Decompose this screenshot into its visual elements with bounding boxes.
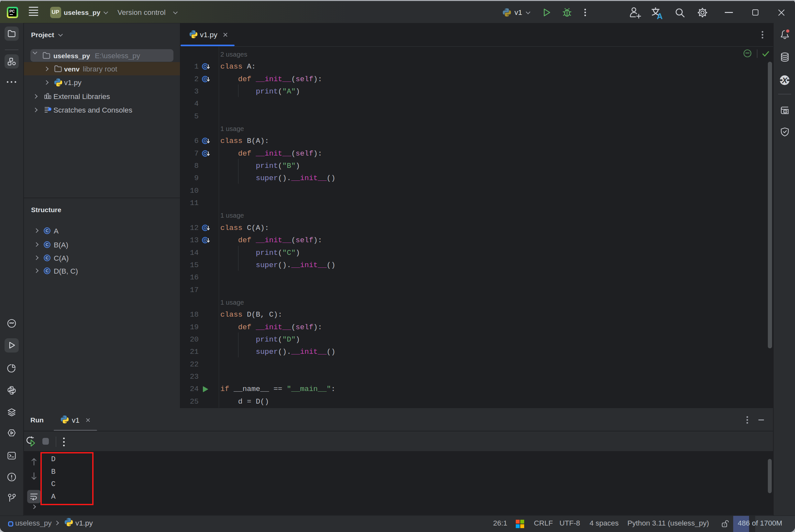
svg-text:C: C xyxy=(45,242,49,247)
svg-text:A: A xyxy=(657,12,663,20)
svg-text:C: C xyxy=(45,228,49,233)
svg-text:C: C xyxy=(45,255,49,260)
svg-text:C: C xyxy=(45,268,49,273)
svg-text:A: A xyxy=(784,110,786,113)
svg-text:X: X xyxy=(781,76,788,85)
